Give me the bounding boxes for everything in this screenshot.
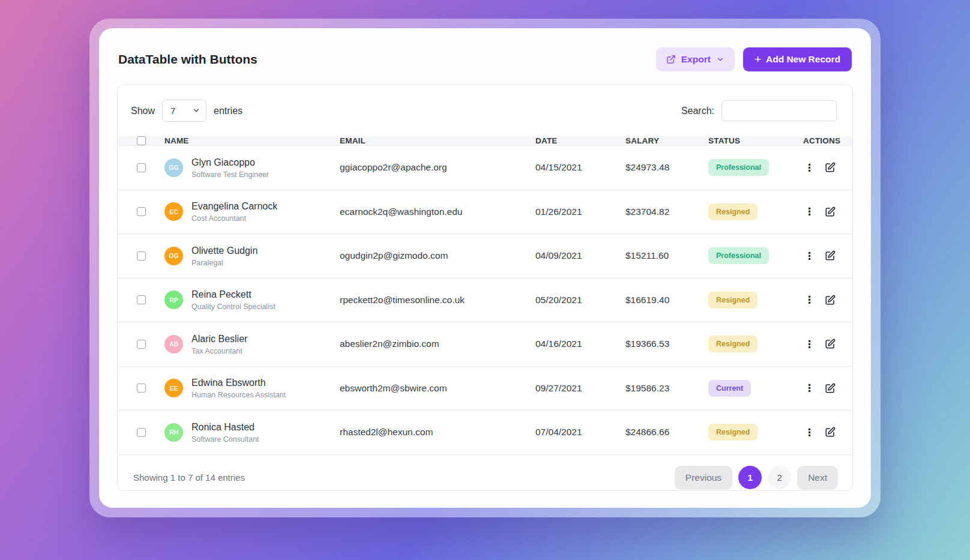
email-cell: ecarnock2q@washington.edu	[340, 206, 535, 217]
pagination: Previous 1 2 Next	[675, 466, 838, 490]
person-name: Ronica Hasted	[191, 421, 259, 434]
avatar: EE	[164, 379, 183, 397]
email-cell: ebsworth2m@sbwire.com	[340, 383, 535, 394]
person-name: Evangelina Carnock	[191, 200, 277, 213]
page-size-select-wrap: 7	[162, 100, 206, 122]
table-toolbar: Show 7 entries Search:	[118, 85, 852, 136]
person-role: Human Resources Assistant	[191, 391, 286, 399]
status-badge: Current	[708, 380, 751, 397]
date-cell: 04/15/2021	[535, 162, 625, 173]
show-label: Show	[131, 106, 155, 116]
person-name: Edwina Ebsworth	[191, 377, 286, 390]
add-button-label: Add New Record	[766, 54, 840, 65]
row-menu-icon[interactable]: ⋮	[804, 163, 815, 173]
email-cell: abeslier2n@zimbio.com	[340, 339, 535, 349]
table-header-row: NAME EMAIL DATE SALARY STATUS ACTIONS	[118, 136, 852, 145]
header-actions: Export + Add New Record	[656, 47, 852, 71]
table-row: RP Reina Peckett Quality Control Special…	[118, 278, 852, 322]
status-badge: Resigned	[708, 424, 758, 441]
app-card-frame: DataTable with Buttons Export + Add New …	[89, 19, 881, 517]
avatar: EC	[164, 202, 183, 221]
person-role: Paralegal	[191, 259, 258, 267]
card-header: DataTable with Buttons Export + Add New …	[117, 43, 853, 85]
row-checkbox[interactable]	[137, 207, 146, 216]
salary-cell: $19366.53	[625, 339, 708, 349]
select-all-cell	[137, 136, 164, 145]
email-cell: ogudgin2p@gizmodo.com	[340, 250, 535, 261]
page-button-1[interactable]: 1	[738, 466, 762, 489]
add-new-record-button[interactable]: + Add New Record	[743, 47, 852, 71]
column-header-name: NAME	[164, 136, 340, 145]
table-row: OG Olivette Gudgin Paralegal ogudgin2p@g…	[118, 233, 852, 278]
avatar: OG	[164, 247, 183, 265]
avatar: RP	[164, 291, 183, 309]
edit-icon[interactable]	[825, 250, 836, 261]
column-header-email: EMAIL	[340, 136, 535, 145]
row-menu-icon[interactable]: ⋮	[804, 427, 815, 438]
avatar: GG	[164, 158, 183, 177]
export-button[interactable]: Export	[656, 47, 735, 71]
row-checkbox[interactable]	[137, 340, 146, 349]
export-button-label: Export	[681, 54, 711, 65]
date-cell: 05/20/2021	[535, 295, 625, 306]
search-control: Search:	[681, 100, 837, 121]
edit-icon[interactable]	[825, 206, 836, 217]
person-name: Reina Peckett	[191, 289, 276, 301]
table-row: EE Edwina Ebsworth Human Resources Assis…	[118, 366, 852, 411]
edit-icon[interactable]	[825, 427, 836, 438]
page-button-2[interactable]: 2	[768, 466, 791, 489]
salary-cell: $24866.66	[625, 427, 708, 438]
status-badge: Professional	[708, 159, 769, 176]
person-role: Quality Control Specialist	[191, 303, 276, 311]
select-all-checkbox[interactable]	[137, 136, 146, 145]
search-label: Search:	[681, 106, 714, 116]
search-input[interactable]	[721, 100, 837, 121]
row-menu-icon[interactable]: ⋮	[804, 339, 815, 349]
status-badge: Professional	[708, 247, 769, 264]
row-checkbox[interactable]	[137, 295, 146, 304]
date-cell: 04/09/2021	[535, 250, 625, 261]
column-header-status: STATUS	[708, 136, 803, 145]
row-checkbox[interactable]	[137, 163, 146, 172]
page-size-select[interactable]: 7	[162, 100, 206, 122]
row-menu-icon[interactable]: ⋮	[804, 383, 815, 393]
salary-cell: $19586.23	[625, 383, 708, 394]
person-role: Software Consultant	[191, 435, 259, 444]
table-row: EC Evangelina Carnock Cost Accountant ec…	[118, 190, 852, 234]
row-checkbox[interactable]	[137, 384, 146, 393]
page-title: DataTable with Buttons	[118, 52, 258, 67]
salary-cell: $24973.48	[625, 162, 708, 173]
date-cell: 01/26/2021	[535, 206, 625, 217]
row-checkbox[interactable]	[137, 428, 146, 437]
entries-summary: Showing 1 to 7 of 14 entries	[133, 472, 245, 483]
row-menu-icon[interactable]: ⋮	[804, 295, 815, 305]
email-cell: ggiacoppo2r@apache.org	[340, 162, 535, 173]
table-row: AB Alaric Beslier Tax Accountant abeslie…	[118, 322, 852, 366]
datatable-panel: Show 7 entries Search:	[117, 85, 853, 491]
chevron-down-icon	[716, 55, 724, 64]
avatar: RH	[164, 423, 183, 442]
previous-page-button[interactable]: Previous	[675, 466, 732, 490]
avatar: AB	[164, 335, 183, 354]
person-role: Cost Accountant	[191, 214, 277, 223]
next-page-button[interactable]: Next	[797, 466, 838, 490]
salary-cell: $23704.82	[625, 206, 708, 217]
row-checkbox[interactable]	[137, 251, 146, 260]
table-row: RH Ronica Hasted Software Consultant rha…	[118, 410, 852, 454]
edit-icon[interactable]	[825, 339, 836, 349]
status-badge: Resigned	[708, 292, 758, 309]
datatable-card: DataTable with Buttons Export + Add New …	[99, 28, 871, 508]
edit-icon[interactable]	[825, 383, 836, 394]
entries-label: entries	[214, 106, 242, 116]
person-role: Tax Accountant	[191, 347, 247, 355]
edit-icon[interactable]	[825, 162, 836, 173]
edit-icon[interactable]	[825, 295, 836, 306]
person-name: Alaric Beslier	[191, 333, 247, 346]
table-footer: Showing 1 to 7 of 14 entries Previous 1 …	[118, 454, 852, 492]
row-menu-icon[interactable]: ⋮	[804, 206, 815, 217]
external-link-icon	[666, 55, 676, 64]
plus-icon: +	[755, 53, 761, 65]
row-menu-icon[interactable]: ⋮	[804, 251, 815, 261]
column-header-salary: SALARY	[625, 136, 708, 145]
person-name: Glyn Giacoppo	[191, 157, 269, 169]
